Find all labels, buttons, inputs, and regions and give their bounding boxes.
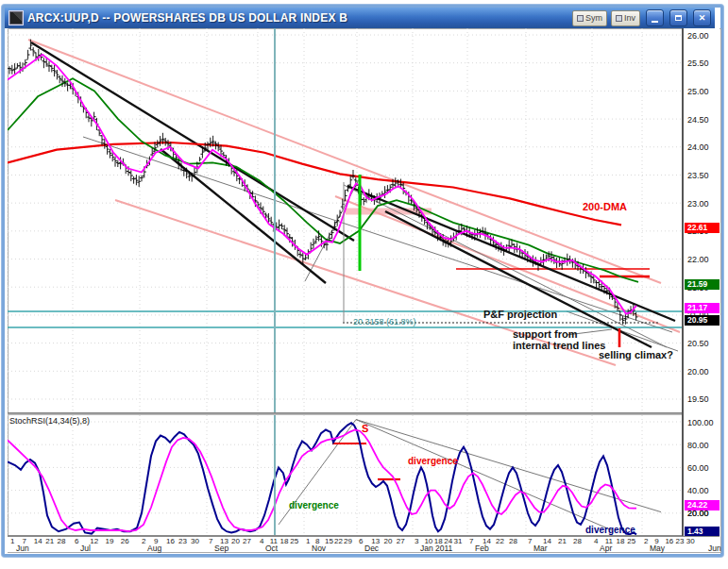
stochrsi-plot[interactable] (8, 415, 682, 536)
date-tick: 6 (75, 537, 78, 545)
price-pill: 21.17 (685, 303, 720, 313)
date-tick: 3 (415, 537, 418, 545)
axis-tick-label: 20.50 (687, 339, 709, 348)
date-tick: 25 (627, 537, 635, 545)
date-tick: 21 (45, 537, 54, 545)
axis-tick-label: 24.00 (687, 142, 709, 152)
month-label: Aug (147, 544, 161, 553)
date-tick: 22 (496, 537, 504, 545)
annotation-203158: 20.3158 (61.8%) (353, 318, 416, 326)
main-chart-svg[interactable] (8, 28, 682, 412)
date-tick: 4 (594, 537, 598, 545)
date-tick: 2 (644, 537, 648, 545)
axis-tick-label: 19.50 (687, 394, 709, 404)
date-tick: 7 (528, 537, 532, 545)
annotation-s: S (362, 424, 368, 435)
indicator-label: StochRSI(14,34(5),8) (9, 417, 90, 426)
minimize-button[interactable] (646, 9, 664, 26)
annotation-support: support from internal trend lines (513, 329, 605, 351)
axis-tick-label: 23.00 (687, 199, 709, 209)
axis-tick-label: 60.00 (687, 463, 709, 473)
date-tick: 16 (665, 537, 673, 545)
maximize-button[interactable] (669, 9, 687, 26)
date-tick: 16 (166, 537, 175, 545)
annotation-selling: selling climax? (599, 350, 673, 361)
maximize-icon (675, 15, 682, 21)
axis-tick-label: 22.00 (687, 255, 709, 264)
axis-tick-label: 23.50 (687, 171, 709, 180)
date-tick: 30 (191, 537, 199, 545)
date-tick: 29 (344, 537, 352, 545)
annotation-200dma: 200-DMA (583, 202, 627, 213)
window-title: ARCX:UUP,D -- POWERSHARES DB US DOLLAR I… (27, 11, 568, 25)
date-tick: 28 (573, 537, 582, 545)
inv-button-icon (616, 15, 622, 22)
axis-tick-label: 26.00 (687, 31, 709, 41)
date-tick: 23 (676, 537, 685, 545)
axis-tick-label: 40.00 (687, 486, 709, 495)
date-tick: 12 (90, 537, 98, 545)
close-icon: ✕ (699, 13, 706, 23)
month-label: Nov (312, 544, 326, 553)
date-tick: 23 (178, 537, 187, 545)
price-pill: 20.95 (685, 315, 720, 326)
date-tick: 20 (384, 537, 393, 545)
month-label: Jan 2011 (420, 544, 452, 553)
annotation-divergence: divergence (408, 457, 458, 467)
date-axis: 17142128Jun6121926Jul29162330Aug7132027S… (8, 536, 720, 552)
date-tick: 30 (686, 537, 695, 545)
close-button[interactable]: ✕ (693, 9, 711, 26)
date-tick: 25 (290, 537, 298, 545)
month-label: Sep (214, 544, 229, 553)
date-tick: 4 (260, 537, 263, 545)
minimize-icon (652, 21, 658, 23)
month-label: Jun (708, 544, 721, 553)
annotation-divergence: divergence (585, 526, 635, 536)
month-label: Jun (16, 544, 29, 553)
date-tick: 31 (454, 537, 463, 545)
stochrsi-svg[interactable] (8, 415, 682, 536)
axis-tick-label: 25.00 (687, 87, 709, 96)
date-tick: 6 (359, 537, 363, 545)
date-tick: 7 (209, 537, 212, 545)
axis-tick-label: 20.00 (687, 367, 709, 377)
title-bar[interactable]: ARCX:UUP,D -- POWERSHARES DB US DOLLAR I… (5, 8, 715, 28)
date-tick: 14 (34, 537, 42, 545)
sym-button-icon (577, 15, 584, 22)
main-price-plot[interactable] (8, 28, 682, 412)
date-tick: 1 (10, 537, 14, 545)
window-chart-icon (8, 10, 24, 25)
axis-tick-label: 100.00 (687, 418, 714, 427)
date-tick: 20 (231, 537, 240, 545)
month-label: Mar (533, 544, 548, 553)
date-tick: 28 (509, 537, 517, 545)
month-label: Dec (364, 544, 379, 553)
annotation-divergence: divergence (289, 501, 339, 511)
date-tick: 18 (617, 537, 625, 545)
date-tick: 22 (334, 537, 343, 545)
month-label: May (650, 544, 665, 553)
month-label: Apr (600, 544, 612, 553)
inv-button[interactable]: Inv (611, 10, 640, 26)
price-axis: 26.0025.5025.0024.5024.0023.5023.0022.50… (682, 28, 720, 536)
date-tick: 21 (558, 537, 567, 545)
price-pill: 24.22 (685, 500, 720, 510)
month-label: Feb (475, 544, 489, 553)
date-tick: 2 (142, 537, 145, 545)
axis-tick-label: 25.50 (687, 59, 709, 68)
date-tick: 1 (306, 537, 310, 545)
inv-button-label: Inv (624, 13, 635, 23)
month-label: Jul (80, 544, 91, 553)
date-tick: 27 (397, 537, 405, 545)
date-tick: 18 (280, 537, 289, 545)
date-tick: 7 (469, 537, 473, 545)
axis-tick-label: 80.00 (687, 441, 709, 450)
date-tick: 15 (325, 537, 333, 545)
sym-button-label: Sym (585, 13, 602, 23)
date-tick: 28 (58, 537, 66, 545)
app-root: ARCX:UUP,D -- POWERSHARES DB US DOLLAR I… (0, 0, 728, 569)
sym-button[interactable]: Sym (572, 10, 607, 26)
date-tick: 26 (121, 537, 129, 545)
month-label: Oct (265, 544, 278, 553)
date-tick: 19 (106, 537, 114, 545)
